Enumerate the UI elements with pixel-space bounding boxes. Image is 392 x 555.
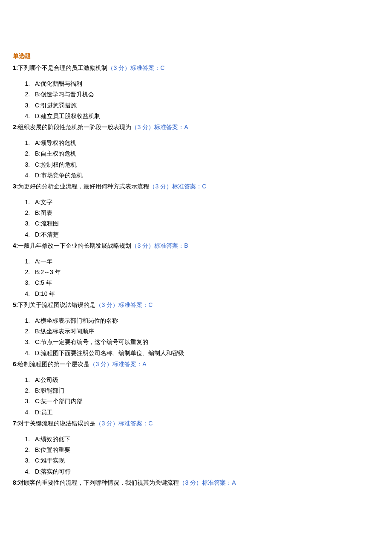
choice-item: A:一年 (32, 257, 379, 266)
choice-item: B:图表 (32, 208, 379, 217)
choice-item: C:控制权的危机 (32, 160, 379, 169)
question-number: 7: (13, 420, 18, 427)
answer-label: 标准答案： (172, 183, 202, 190)
question-stem: 8:对顾客的重要性的流程，下列哪种情况，我们视其为关键流程（3 分）标准答案：A (13, 478, 379, 487)
question-points: （3 分） (95, 420, 118, 427)
choice-list: A:公司级B:职能部门C:某一个部门内部D:员工 (13, 375, 379, 417)
choice-item: D:不清楚 (32, 230, 379, 239)
answer-value: C (148, 301, 153, 308)
question-points: （3 分） (149, 183, 172, 190)
choice-item: B:位置的重要 (32, 445, 379, 454)
choice-list: A:领导权的危机B:自主权的危机C:控制权的危机D:市场竞争的危机 (13, 138, 379, 180)
question-points: （3 分） (107, 64, 130, 71)
question-number: 1: (13, 64, 18, 71)
choice-item: D:市场竞争的危机 (32, 171, 379, 180)
choice-item: A:领导权的危机 (32, 138, 379, 147)
answer-label: 标准答案： (154, 124, 184, 130)
question-number: 8: (13, 479, 18, 486)
question-number: 5: (13, 301, 18, 308)
choice-item: B:职能部门 (32, 386, 379, 395)
questions-container: 1:下列哪个不是合理的员工激励机制（3 分）标准答案：CA:优化薪酬与福利B:创… (13, 63, 379, 487)
choice-list: A:一年B:2～3 年C:5 年D:10 年 (13, 257, 379, 299)
answer-value: A (184, 124, 188, 130)
question-points: （3 分） (179, 479, 202, 486)
choice-item: D:10 年 (32, 289, 379, 298)
choice-list: A:文字B:图表C:流程图D:不清楚 (13, 197, 379, 240)
answer-value: B (184, 242, 188, 249)
answer-label: 标准答案： (112, 361, 142, 367)
answer-value: C (202, 183, 206, 190)
question-text: 下列哪个不是合理的员工激励机制 (18, 64, 107, 71)
choice-item: D:员工 (32, 408, 379, 417)
choice-item: D:落实的可行 (32, 467, 379, 476)
choice-item: A:公司级 (32, 375, 379, 384)
answer-label: 标准答案： (130, 64, 160, 71)
answer-value: C (148, 420, 153, 427)
choice-item: C:节点一定要有编号，这个编号可以重复的 (32, 337, 379, 347)
choice-item: C:流程图 (32, 219, 379, 228)
choice-item: D:流程图下面要注明公司名称、编制单位、编制人和密级 (32, 348, 379, 358)
question-stem: 5:下列关于流程图说法错误的是（3 分）标准答案：C (13, 300, 379, 309)
choice-item: D:建立员工股权收益机制 (32, 111, 379, 121)
choice-list: A:绩效的低下B:位置的重要C:难于实现D:落实的可行 (13, 434, 379, 477)
choice-item: A:绩效的低下 (32, 434, 379, 444)
question-text: 组织发展的阶段性危机第一阶段一般表现为 (18, 124, 131, 130)
question-points: （3 分） (95, 301, 118, 308)
question-text: 下列关于流程图说法错误的是 (18, 301, 95, 308)
answer-label: 标准答案： (202, 479, 232, 486)
question-text: 一般几年修改一下企业的长期发展战略规划 (18, 242, 131, 249)
question-number: 2: (13, 124, 18, 130)
section-title: 单选题 (13, 51, 379, 61)
question-stem: 3:为更好的分析企业流程，最好用何种方式表示流程（3 分）标准答案：C (13, 182, 379, 191)
choice-item: B:创造学习与晋升机会 (32, 90, 379, 99)
choice-item: C:难于实现 (32, 456, 379, 465)
question-stem: 1:下列哪个不是合理的员工激励机制（3 分）标准答案：C (13, 63, 379, 72)
question-text: 对顾客的重要性的流程，下列哪种情况，我们视其为关键流程 (18, 479, 179, 486)
choice-item: B:自主权的危机 (32, 149, 379, 158)
choice-item: C:引进惩罚措施 (32, 101, 379, 110)
question-text: 为更好的分析企业流程，最好用何种方式表示流程 (18, 183, 149, 190)
question-points: （3 分） (131, 242, 154, 249)
choice-item: A:横坐标表示部门和岗位的名称 (32, 316, 379, 325)
question-text: 对于关键流程的说法错误的是 (18, 420, 95, 427)
choice-list: A:优化薪酬与福利B:创造学习与晋升机会C:引进惩罚措施D:建立员工股权收益机制 (13, 79, 379, 121)
question-number: 3: (13, 183, 18, 190)
answer-value: C (160, 64, 164, 71)
choice-item: A:文字 (32, 197, 379, 207)
choice-item: A:优化薪酬与福利 (32, 79, 379, 88)
answer-label: 标准答案： (154, 242, 184, 249)
question-text: 绘制流程图的第一个层次是 (18, 361, 89, 367)
question-stem: 2:组织发展的阶段性危机第一阶段一般表现为（3 分）标准答案：A (13, 122, 379, 132)
choice-item: C:5 年 (32, 278, 379, 287)
question-stem: 7:对于关键流程的说法错误的是（3 分）标准答案：C (13, 419, 379, 428)
answer-value: A (142, 361, 146, 367)
choice-list: A:横坐标表示部门和岗位的名称B:纵坐标表示时间顺序C:节点一定要有编号，这个编… (13, 316, 379, 358)
answer-label: 标准答案： (118, 301, 148, 308)
question-points: （3 分） (89, 361, 112, 367)
choice-item: B:纵坐标表示时间顺序 (32, 327, 379, 336)
question-stem: 6:绘制流程图的第一个层次是（3 分）标准答案：A (13, 359, 379, 369)
choice-item: B:2～3 年 (32, 267, 379, 277)
answer-label: 标准答案： (118, 420, 148, 427)
question-points: （3 分） (131, 124, 154, 130)
choice-item: C:某一个部门内部 (32, 396, 379, 406)
question-number: 6: (13, 361, 18, 367)
question-number: 4: (13, 242, 18, 249)
answer-value: A (232, 479, 236, 486)
question-stem: 4:一般几年修改一下企业的长期发展战略规划（3 分）标准答案：B (13, 241, 379, 250)
